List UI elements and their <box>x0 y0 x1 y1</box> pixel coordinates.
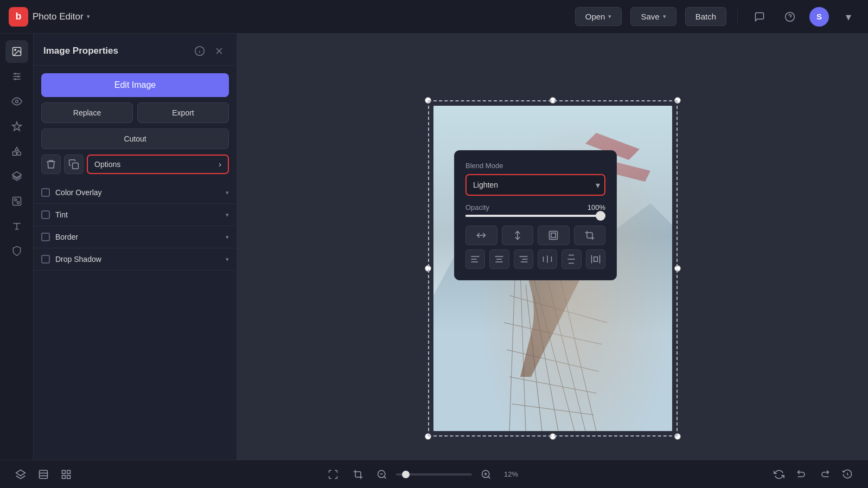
canvas-area[interactable]: Blend Mode Lighten Normal Multiply Scree… <box>237 34 868 460</box>
blend-mode-select[interactable]: Lighten Normal Multiply Screen Overlay D… <box>465 174 605 196</box>
edit-image-button[interactable]: Edit Image <box>41 73 229 97</box>
svg-point-14 <box>14 198 16 201</box>
svg-rect-10 <box>12 152 16 156</box>
delete-icon-button[interactable] <box>41 155 61 174</box>
svg-point-2 <box>14 49 15 51</box>
distribute-button[interactable] <box>538 249 557 269</box>
color-overlay-accordion: Color Overlay ▾ <box>34 182 237 204</box>
panel-close-button[interactable] <box>212 43 227 59</box>
save-button[interactable]: Save ▾ <box>630 7 676 26</box>
redo-button[interactable] <box>815 465 834 484</box>
frame-bottom-icon <box>38 469 49 480</box>
batch-button[interactable]: Batch <box>685 7 726 26</box>
sidebar-item-shapes[interactable] <box>5 140 28 163</box>
opacity-row: Opacity 100% <box>465 203 605 211</box>
svg-line-47 <box>509 279 515 431</box>
opacity-slider-thumb[interactable] <box>596 211 605 221</box>
svg-rect-62 <box>67 470 71 473</box>
drop-shadow-arrow: ▾ <box>226 256 229 263</box>
crop-button[interactable] <box>574 226 606 245</box>
help-icon <box>784 11 795 22</box>
svg-point-0 <box>786 12 795 21</box>
grid-bottom-icon <box>61 469 72 480</box>
drop-shadow-checkbox[interactable] <box>41 255 50 264</box>
chat-icon-button[interactable] <box>749 6 770 28</box>
account-arrow-button[interactable]: ▾ <box>838 6 859 28</box>
panel-info-button[interactable] <box>192 43 207 59</box>
distribute-v-button[interactable] <box>561 249 581 269</box>
sidebar-item-watermark[interactable] <box>5 240 28 262</box>
frame-bottom-button[interactable] <box>34 465 53 484</box>
sidebar-item-filter[interactable] <box>5 190 28 213</box>
cutout-button[interactable]: Cutout <box>41 129 229 149</box>
distribute-h-button[interactable] <box>586 249 605 269</box>
app-logo: b <box>9 7 28 27</box>
svg-point-7 <box>17 75 18 77</box>
tint-header[interactable]: Tint ▾ <box>34 204 237 226</box>
svg-line-44 <box>542 258 585 431</box>
svg-line-54 <box>512 404 593 415</box>
user-avatar-button[interactable]: S <box>809 7 829 27</box>
sidebar-item-eye[interactable] <box>5 90 28 113</box>
properties-panel: Image Properties Edit Image Replace Expo… <box>34 34 237 460</box>
options-button[interactable]: Options › <box>87 155 229 174</box>
shapes-icon <box>11 146 22 157</box>
replace-button[interactable]: Replace <box>41 102 133 123</box>
layers-bottom-icon <box>15 469 26 480</box>
options-row: Options › <box>41 155 229 174</box>
align-right-button[interactable] <box>514 249 533 269</box>
export-button[interactable]: Export <box>137 102 229 123</box>
history-icon <box>842 469 853 480</box>
opacity-label: Opacity <box>465 203 489 211</box>
crop-bottom-button[interactable] <box>348 465 368 484</box>
drop-shadow-header[interactable]: Drop Shadow ▾ <box>34 248 237 270</box>
grid-bottom-button[interactable] <box>56 465 76 484</box>
undo-icon <box>796 469 807 480</box>
blend-select-wrapper: Lighten Normal Multiply Screen Overlay D… <box>465 174 605 196</box>
distribute-v-icon <box>566 254 577 265</box>
svg-rect-22 <box>550 232 558 240</box>
flip-vertical-button[interactable] <box>502 226 534 245</box>
drop-shadow-label: Drop Shadow <box>55 255 220 264</box>
color-overlay-header[interactable]: Color Overlay ▾ <box>34 182 237 203</box>
zoom-in-button[interactable] <box>477 466 495 483</box>
sidebar-item-text[interactable] <box>5 215 28 237</box>
svg-point-15 <box>17 201 19 203</box>
sidebar-item-effects[interactable] <box>5 115 28 138</box>
layers-bottom-button[interactable] <box>11 465 30 484</box>
duplicate-icon-button[interactable] <box>64 155 84 174</box>
svg-line-53 <box>509 377 596 393</box>
chat-icon <box>754 11 765 22</box>
opacity-slider[interactable] <box>465 215 605 217</box>
flip-vertical-icon <box>512 230 523 241</box>
border-checkbox[interactable] <box>41 233 50 241</box>
zoom-slider-thumb[interactable] <box>402 471 410 478</box>
blend-align-row <box>465 249 605 269</box>
crop-bottom-icon <box>353 469 363 480</box>
watermark-icon <box>11 246 22 256</box>
fit-image-button[interactable] <box>538 226 570 245</box>
svg-line-50 <box>509 296 607 323</box>
app-title-button[interactable]: Photo Editor ▾ <box>33 11 90 22</box>
undo-button[interactable] <box>792 465 812 484</box>
border-header[interactable]: Border ▾ <box>34 226 237 248</box>
history-button[interactable] <box>838 465 857 484</box>
refresh-button[interactable] <box>769 465 789 484</box>
border-label: Border <box>55 233 220 241</box>
help-icon-button[interactable] <box>779 6 801 28</box>
color-overlay-checkbox[interactable] <box>41 188 50 197</box>
align-center-button[interactable] <box>489 249 509 269</box>
crop-icon <box>584 230 595 241</box>
icon-sidebar <box>0 34 34 460</box>
fullscreen-button[interactable] <box>323 465 343 484</box>
svg-point-9 <box>15 100 18 103</box>
open-button[interactable]: Open ▾ <box>575 7 622 26</box>
align-left-button[interactable] <box>465 249 485 269</box>
zoom-out-button[interactable] <box>373 466 391 483</box>
flip-horizontal-button[interactable] <box>465 226 497 245</box>
sidebar-item-image[interactable] <box>5 40 28 63</box>
sidebar-item-adjustments[interactable] <box>5 65 28 88</box>
zoom-slider[interactable] <box>396 473 472 476</box>
sidebar-item-layers[interactable] <box>5 165 28 188</box>
tint-checkbox[interactable] <box>41 210 50 219</box>
